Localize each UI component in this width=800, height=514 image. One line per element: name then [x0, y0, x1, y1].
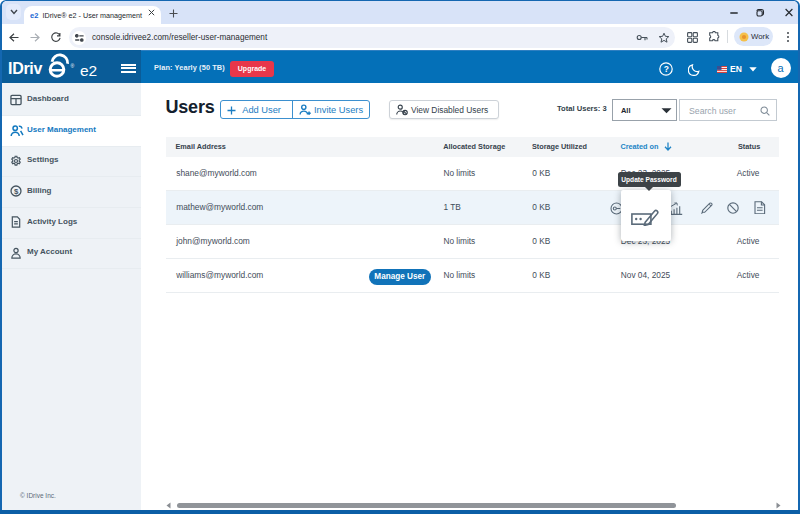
svg-text:IDriv: IDriv	[8, 60, 42, 77]
svg-text:$: $	[14, 187, 19, 196]
svg-text:?: ?	[664, 64, 669, 74]
svg-text:®: ®	[71, 63, 75, 69]
svg-text:e2: e2	[80, 62, 97, 79]
